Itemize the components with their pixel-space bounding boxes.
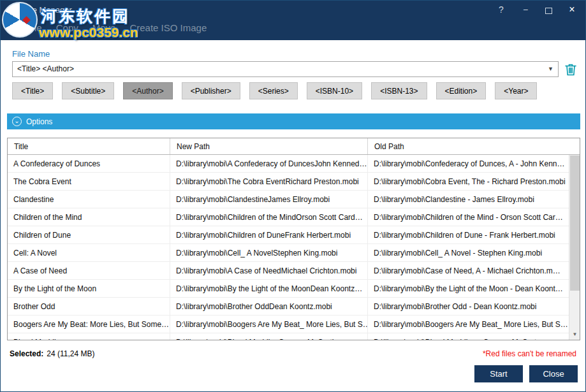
tab-move[interactable]: Move (92, 22, 116, 33)
selection-status: Selected:24 (11,24 MB) (10, 349, 95, 358)
titlebar-controls: ? − × (497, 4, 576, 15)
file-name-pattern-combobox[interactable]: <Title> <Author> ▼ (12, 61, 559, 77)
scrollbar-thumb[interactable] (570, 156, 580, 291)
cell-old-path: D:\library\mobi\Children of Dune - Frank… (368, 226, 580, 243)
cell-old-path: D:\library\mobi\Confederacy of Dunces, A… (368, 155, 580, 172)
table-row[interactable]: A Confederacy of Dunces D:\library\mobi\… (8, 155, 580, 173)
red-files-note: *Red files can't be renamed (483, 349, 576, 358)
start-button[interactable]: Start (474, 365, 523, 382)
column-header-old-path[interactable]: Old Path (368, 138, 580, 154)
cell-old-path: D:\library\mobi\Blood Meridian - Cormac … (368, 333, 580, 340)
table-row[interactable]: A Case of Need D:\library\mobi\A Case of… (8, 262, 580, 280)
help-icon[interactable]: ? (497, 4, 506, 15)
cell-title: Children of the Mind (8, 208, 170, 226)
minimize-icon[interactable]: − (521, 4, 530, 15)
delete-pattern-button[interactable] (563, 62, 578, 77)
table-row[interactable]: Blood Meridian D:\library\mobi\Blood Mer… (8, 333, 580, 340)
selected-label: Selected: (10, 349, 43, 358)
token-subtitle-button[interactable]: <Subtitle> (62, 82, 114, 99)
cell-new-path: D:\library\mobi\Cell_ A NovelStephen Kin… (170, 244, 368, 261)
cell-new-path: D:\library\mobi\Boogers Are My Beat_ Mor… (170, 316, 368, 333)
chevron-down-icon[interactable]: ▼ (548, 66, 553, 72)
cell-new-path: D:\library\mobi\A Confederacy of DuncesJ… (170, 155, 368, 172)
file-name-pattern-value: <Title> <Author> (13, 62, 558, 76)
token-year-button[interactable]: <Year> (495, 82, 537, 99)
cell-new-path: D:\library\mobi\ClandestineJames Ellroy.… (170, 191, 368, 208)
cell-new-path: D:\library\mobi\Children of DuneFrank He… (170, 226, 368, 243)
window-title: File Manager (24, 5, 72, 15)
scrollbar-down-arrow-icon[interactable]: ▼ (569, 329, 580, 340)
token-button-row: <Title> <Subtitle> <Author> <Publisher> … (12, 82, 537, 99)
table-row[interactable]: Brother Odd D:\library\mobi\Brother OddD… (8, 298, 580, 316)
selected-value: 24 (11,24 MB) (47, 349, 94, 358)
footer-buttons: Start Close (474, 365, 578, 382)
cell-new-path: D:\library\mobi\Brother OddDean Koontz.m… (170, 298, 368, 315)
cell-old-path: D:\library\mobi\Clandestine - James Ellr… (368, 191, 580, 208)
cell-old-path: D:\library\mobi\By the Light of the Moon… (368, 280, 580, 297)
tab-create-iso-image[interactable]: Create ISO Image (129, 22, 207, 33)
cell-new-path: D:\library\mobi\A Case of NeedMichael Cr… (170, 262, 368, 279)
cell-old-path: D:\library\mobi\Brother Odd - Dean Koont… (368, 298, 580, 315)
chevron-down-circle-icon: ⌄ (12, 117, 22, 126)
token-title-button[interactable]: <Title> (12, 82, 53, 99)
file-manager-window: File Manager ? − × Rename Copy Move Crea… (0, 0, 586, 392)
cell-old-path: D:\library\mobi\Children of the Mind - O… (368, 208, 580, 226)
token-publisher-button[interactable]: <Publisher> (182, 82, 240, 99)
cell-title: The Cobra Event (8, 173, 170, 190)
cell-new-path: D:\library\mobi\Blood MeridianCormac McC… (170, 333, 368, 340)
table-row[interactable]: Clandestine D:\library\mobi\ClandestineJ… (8, 191, 580, 208)
cell-new-path: D:\library\mobi\Children of the MindOrso… (170, 208, 368, 226)
vertical-scrollbar[interactable]: ▼ (569, 155, 580, 340)
table-header: Title New Path Old Path (8, 138, 580, 155)
cell-title: Boogers Are My Beat: More Lies, But Some… (8, 316, 170, 333)
trash-icon (563, 62, 578, 77)
cell-title: A Case of Need (8, 262, 170, 279)
table-row[interactable]: Boogers Are My Beat: More Lies, But Some… (8, 316, 580, 333)
options-expander[interactable]: ⌄ Options (7, 113, 580, 129)
close-button[interactable]: Close (529, 365, 578, 382)
close-icon[interactable]: × (568, 4, 576, 15)
token-series-button[interactable]: <Series> (249, 82, 298, 99)
column-header-title[interactable]: Title (8, 138, 170, 154)
cell-title: Brother Odd (8, 298, 170, 315)
table-row[interactable]: Cell: A Novel D:\library\mobi\Cell_ A No… (8, 244, 580, 262)
rename-preview-table: Title New Path Old Path A Confederacy of… (7, 138, 580, 340)
tab-rename[interactable]: Rename (6, 22, 42, 33)
cell-old-path: D:\library\mobi\Cell_ A Novel - Stephen … (368, 244, 580, 261)
cell-title: Clandestine (8, 191, 170, 208)
cell-title: Blood Meridian (8, 333, 170, 340)
file-name-label: File Name (12, 49, 50, 59)
token-author-button[interactable]: <Author> (123, 82, 172, 99)
tab-strip: Rename Copy Move Create ISO Image (6, 22, 207, 33)
cell-title: Cell: A Novel (8, 244, 170, 261)
table-row[interactable]: By the Light of the Moon D:\library\mobi… (8, 280, 580, 298)
table-body: A Confederacy of Dunces D:\library\mobi\… (8, 155, 580, 340)
titlebar: File Manager ? − × Rename Copy Move Crea… (1, 1, 585, 40)
token-isbn10-button[interactable]: <ISBN-10> (307, 82, 362, 99)
cell-new-path: D:\library\mobi\The Cobra EventRichard P… (170, 173, 368, 190)
cell-title: Children of Dune (8, 226, 170, 243)
cell-old-path: D:\library\mobi\Boogers Are My Beat_ Mor… (368, 316, 580, 333)
cell-old-path: D:\library\mobi\Cobra Event, The - Richa… (368, 173, 580, 190)
column-header-new-path[interactable]: New Path (170, 138, 368, 154)
cell-title: By the Light of the Moon (8, 280, 170, 297)
cell-title: A Confederacy of Dunces (8, 155, 170, 172)
token-edition-button[interactable]: <Edition> (436, 82, 487, 99)
table-row[interactable]: Children of Dune D:\library\mobi\Childre… (8, 226, 580, 244)
token-isbn13-button[interactable]: <ISBN-13> (371, 82, 427, 99)
cell-old-path: D:\library\mobi\Case of Need, A - Michae… (368, 262, 580, 279)
maximize-icon[interactable] (545, 8, 552, 14)
cell-new-path: D:\library\mobi\By the Light of the Moon… (170, 280, 368, 297)
options-label: Options (26, 117, 52, 126)
table-row[interactable]: The Cobra Event D:\library\mobi\The Cobr… (8, 173, 580, 191)
table-row[interactable]: Children of the Mind D:\library\mobi\Chi… (8, 208, 580, 226)
tab-copy[interactable]: Copy (56, 22, 78, 33)
